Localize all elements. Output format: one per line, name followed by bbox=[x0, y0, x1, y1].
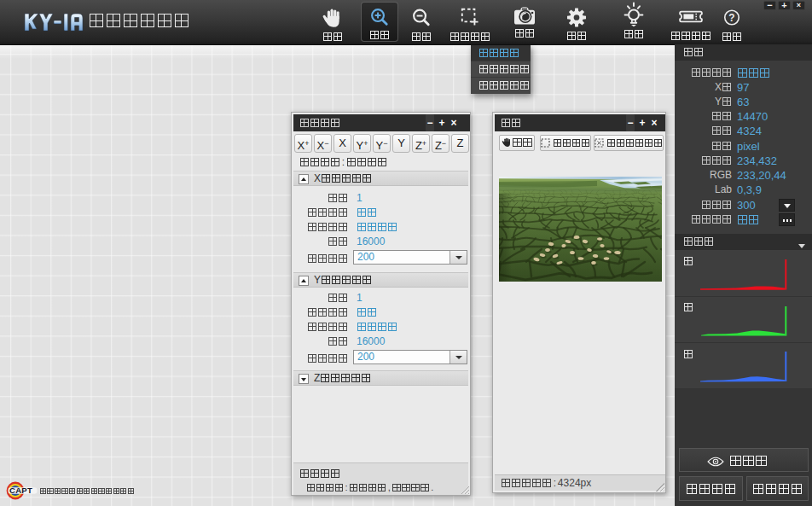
svg-text:CAPT: CAPT bbox=[9, 486, 32, 495]
svg-text:?: ? bbox=[728, 12, 734, 24]
